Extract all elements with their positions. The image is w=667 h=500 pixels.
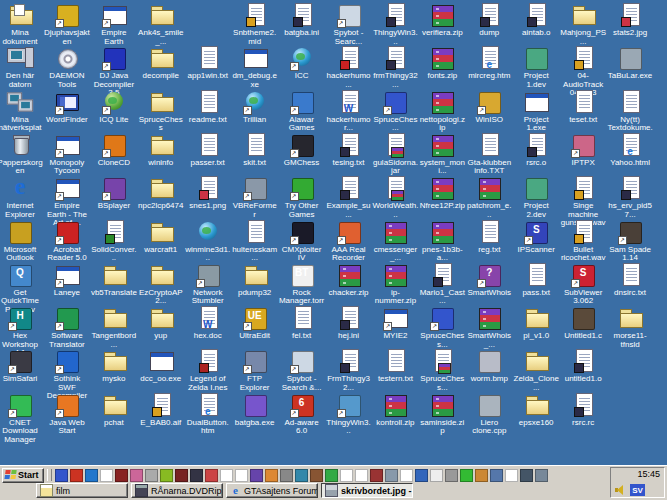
desktop-icon[interactable]: S↗IPScanner bbox=[513, 219, 559, 255]
desktop-icon[interactable]: Legend of Zelda I.nes bbox=[185, 348, 231, 392]
desktop-icon[interactable]: chacker.zip bbox=[326, 262, 372, 298]
quicklaunch-shortcut-icon[interactable] bbox=[70, 469, 83, 482]
desktop-icon[interactable]: vb5Translate bbox=[91, 262, 137, 298]
desktop-icon[interactable]: wininfo bbox=[138, 132, 184, 168]
desktop-icon[interactable]: ip-nummer.zip bbox=[372, 262, 418, 306]
desktop-icon[interactable]: Liero clone.cpp bbox=[466, 392, 512, 436]
desktop-icon[interactable]: Ank4s_smile_... bbox=[138, 2, 184, 46]
desktop-icon[interactable]: dump bbox=[466, 2, 512, 38]
desktop-icon[interactable]: Nfree12P.zip bbox=[419, 175, 465, 211]
desktop-icon[interactable]: teset.txt bbox=[560, 89, 606, 125]
desktop-icon[interactable]: ↗Spybot - Searc... bbox=[326, 2, 372, 46]
desktop-icon[interactable]: Zelda_Clone... bbox=[513, 348, 559, 392]
desktop-icon[interactable]: yup bbox=[138, 305, 184, 341]
desktop-icon[interactable]: ↗Software Translator bbox=[44, 305, 90, 349]
quicklaunch-shortcut-icon[interactable] bbox=[190, 469, 203, 482]
desktop-icon[interactable]: TaBuLar.exe bbox=[607, 45, 653, 81]
desktop-icon[interactable]: ↗ICC bbox=[279, 45, 325, 81]
quicklaunch-shortcut-icon[interactable] bbox=[475, 469, 488, 482]
desktop-icon[interactable]: hackerhumo... bbox=[326, 45, 372, 89]
desktop-icon[interactable]: emircreg.htm bbox=[466, 45, 512, 81]
desktop-icon[interactable]: ↗Empire Earth bbox=[91, 2, 137, 46]
desktop-icon[interactable]: Project 1.dev bbox=[513, 45, 559, 89]
desktop-icon[interactable]: ↗FTP Explorer bbox=[232, 348, 278, 392]
desktop-icon[interactable]: readme.txt bbox=[185, 89, 231, 125]
desktop-icon[interactable]: ↗SpruceChess... bbox=[419, 305, 465, 349]
quicklaunch-shortcut-icon[interactable] bbox=[130, 469, 143, 482]
desktop-icon[interactable]: Papperskorgen bbox=[0, 132, 43, 176]
quicklaunch-shortcut-icon[interactable] bbox=[265, 469, 278, 482]
desktop-icon[interactable]: hs_erv_pid57... bbox=[607, 175, 653, 219]
desktop-icon[interactable]: morse11-tfnsld bbox=[607, 305, 653, 349]
desktop-icon[interactable]: FrmThingy32... bbox=[326, 348, 372, 392]
quicklaunch-shortcut-icon[interactable] bbox=[535, 469, 548, 482]
quicklaunch-shortcut-icon[interactable] bbox=[400, 469, 413, 482]
desktop-icon[interactable]: ↗SpruceChes... bbox=[372, 89, 418, 133]
desktop-icon[interactable]: kontroll.zip bbox=[372, 392, 418, 428]
keyboard-layout-badge[interactable]: SV bbox=[630, 484, 645, 496]
desktop-icon[interactable]: Bullet ricochet.wav bbox=[560, 219, 606, 263]
desktop-icon[interactable]: eInternet Explorer bbox=[0, 175, 43, 219]
desktop-icon[interactable]: untitled1.o bbox=[560, 348, 606, 384]
desktop-icon[interactable]: stats2.jpg bbox=[607, 2, 653, 38]
quicklaunch-shortcut-icon[interactable] bbox=[115, 469, 128, 482]
desktop-icon[interactable]: ↗Monopoly Tycoon bbox=[44, 132, 90, 176]
desktop-icon[interactable]: fonts.zip bbox=[419, 45, 465, 81]
quicklaunch-shortcut-icon[interactable] bbox=[385, 469, 398, 482]
quicklaunch-shortcut-icon[interactable] bbox=[55, 469, 68, 482]
quicklaunch-shortcut-icon[interactable] bbox=[415, 469, 428, 482]
desktop-icon[interactable]: ↗Network Stumbler bbox=[185, 262, 231, 306]
desktop-icon[interactable]: ↗Java Web Start bbox=[44, 392, 90, 436]
desktop-icon[interactable]: fel.txt bbox=[279, 305, 325, 341]
quicklaunch-shortcut-icon[interactable] bbox=[205, 469, 218, 482]
desktop-icon[interactable]: ↗Acrobat Reader 5.0 bbox=[44, 219, 90, 263]
desktop-icon[interactable]: gulaSidorna.jar bbox=[372, 132, 418, 176]
desktop-icon[interactable]: ↗Djuphavsjakten bbox=[44, 2, 90, 46]
quicklaunch-shortcut-icon[interactable] bbox=[490, 469, 503, 482]
desktop-icon[interactable]: mysko bbox=[91, 348, 137, 384]
desktop-icon[interactable]: ↗GMChess bbox=[279, 132, 325, 168]
desktop-icon[interactable]: ↗AAA Real Recorder bbox=[326, 219, 372, 263]
desktop-icon[interactable]: hej.ini bbox=[326, 305, 372, 341]
desktop-icon[interactable]: decompile bbox=[138, 45, 184, 81]
desktop-icon[interactable]: ↗CNET Download Manager bbox=[0, 392, 43, 445]
desktop-icon[interactable]: ↗Try Other Games bbox=[279, 175, 325, 219]
quicklaunch-shortcut-icon[interactable] bbox=[505, 469, 518, 482]
desktop-icon[interactable]: Project 1.exe bbox=[513, 89, 559, 133]
desktop-icon[interactable]: ↗ICQ Lite bbox=[91, 89, 137, 125]
quicklaunch-shortcut-icon[interactable] bbox=[100, 469, 113, 482]
quicklaunch-shortcut-icon[interactable] bbox=[220, 469, 233, 482]
desktop-icon[interactable]: ThingyWin3... bbox=[372, 2, 418, 46]
desktop-icon[interactable]: Microsoft Outlook bbox=[0, 219, 43, 263]
desktop-icon[interactable]: saminside.zip bbox=[419, 392, 465, 436]
desktop-icon[interactable]: rsrc.rc bbox=[560, 392, 606, 428]
desktop-icon[interactable]: system_moni... bbox=[419, 132, 465, 176]
quicklaunch-shortcut-icon[interactable] bbox=[295, 469, 308, 482]
desktop-icon[interactable]: Example_su... bbox=[326, 175, 372, 219]
desktop-icon[interactable]: eDualButton.htm bbox=[185, 392, 231, 436]
desktop-icon[interactable]: patchrom_e... bbox=[466, 175, 512, 219]
quicklaunch-shortcut-icon[interactable] bbox=[445, 469, 458, 482]
desktop-icon[interactable]: Mahjong_PS... bbox=[560, 2, 606, 46]
desktop-icon[interactable]: ↗CloneCD bbox=[91, 132, 137, 168]
desktop-icon[interactable]: warcraft1 bbox=[138, 219, 184, 255]
desktop-icon[interactable]: nettopologi.zip bbox=[419, 89, 465, 133]
quicklaunch-shortcut-icon[interactable] bbox=[355, 469, 368, 482]
desktop-icon[interactable]: ↗Trillian bbox=[232, 89, 278, 125]
desktop-icon[interactable]: ?↗SmartWhois bbox=[466, 262, 512, 298]
desktop-icon[interactable]: S↗SubViewer 3.062 bbox=[560, 262, 606, 306]
quicklaunch-shortcut-icon[interactable] bbox=[460, 469, 473, 482]
toolbar-grip-handle[interactable] bbox=[47, 469, 52, 481]
quicklaunch-shortcut-icon[interactable] bbox=[310, 469, 323, 482]
desktop-icon[interactable]: Untitled1.c bbox=[560, 305, 606, 341]
desktop-icon[interactable]: WorldWeath... bbox=[372, 175, 418, 219]
task-window-button[interactable]: eGTAsajtens Forum -> Edit... bbox=[226, 483, 318, 498]
desktop-icon[interactable]: skit.txt bbox=[232, 132, 278, 168]
quicklaunch-shortcut-icon[interactable] bbox=[325, 469, 338, 482]
taskbar-clock[interactable]: 15:45 bbox=[613, 469, 662, 479]
quicklaunch-shortcut-icon[interactable] bbox=[280, 469, 293, 482]
desktop-icon[interactable]: ↗SimSafari bbox=[0, 348, 43, 384]
quicklaunch-shortcut-icon[interactable] bbox=[370, 469, 383, 482]
desktop-icon[interactable]: ↗IPTPX bbox=[560, 132, 606, 168]
desktop-icon[interactable]: epsxe160 bbox=[513, 392, 559, 428]
